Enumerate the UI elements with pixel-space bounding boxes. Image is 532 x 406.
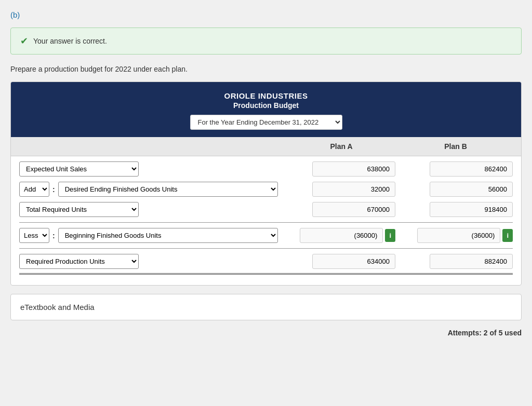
table-row: Expected Unit Sales xyxy=(19,161,513,177)
total-required-dropdown[interactable]: Total Required Units xyxy=(19,202,139,217)
plan-b-required-production-input[interactable] xyxy=(430,254,513,269)
table-row: Required Production Units xyxy=(19,254,513,275)
success-banner: ✔ Your answer is correct. xyxy=(10,28,522,55)
plan-b-desired-ending xyxy=(398,182,513,197)
etextbook-label: eTextbook and Media xyxy=(20,303,95,312)
colon: : xyxy=(52,232,55,240)
row-label-cell: Less Add : Beginning Finished Goods Unit… xyxy=(19,228,278,243)
plan-a-expected-sales-input[interactable] xyxy=(312,161,395,177)
plan-a-total-required-input[interactable] xyxy=(312,202,395,217)
beginning-finished-dropdown[interactable]: Beginning Finished Goods Units xyxy=(58,228,278,243)
plan-a-beginning: i xyxy=(281,228,395,243)
plan-a-required-production-input[interactable] xyxy=(312,254,395,269)
plan-b-beginning-input[interactable] xyxy=(417,228,500,243)
plan-a-beginning-input[interactable] xyxy=(300,228,383,243)
plan-a-total-required xyxy=(281,202,395,217)
desired-ending-dropdown[interactable]: Desired Ending Finished Goods Units xyxy=(58,182,278,197)
plan-b-expected-sales-input[interactable] xyxy=(430,161,513,177)
col-header-plan-b: Plan B xyxy=(398,142,513,151)
row-label-cell: Total Required Units xyxy=(19,202,278,217)
plan-b-desired-ending-input[interactable] xyxy=(430,182,513,197)
budget-title: Production Budget xyxy=(19,101,513,110)
plan-b-expected-sales xyxy=(398,161,513,177)
period-select-wrap: For the Year Ending December 31, 2022 xyxy=(19,115,513,130)
plan-a-desired-ending-input[interactable] xyxy=(312,182,395,197)
col-headers: Plan A Plan B xyxy=(11,137,521,156)
expected-unit-sales-dropdown[interactable]: Expected Unit Sales xyxy=(19,161,139,177)
check-icon: ✔ xyxy=(20,35,28,47)
add-less-select-desired[interactable]: Add Less xyxy=(19,182,49,197)
main-card: ORIOLE INDUSTRIES Production Budget For … xyxy=(10,82,522,286)
page-label: (b) xyxy=(10,10,522,19)
instruction-text: Prepare a production budget for 2022 und… xyxy=(10,65,522,73)
plan-a-info-button[interactable]: i xyxy=(385,229,395,242)
table-row: Total Required Units xyxy=(19,202,513,223)
row-label-cell: Add Less : Desired Ending Finished Goods… xyxy=(19,182,278,197)
company-name: ORIOLE INDUSTRIES xyxy=(19,91,513,100)
plan-b-required-production xyxy=(398,254,513,269)
required-production-dropdown[interactable]: Required Production Units xyxy=(19,254,139,269)
attempts-text: Attempts: 2 of 5 used xyxy=(448,329,522,337)
success-text: Your answer is correct. xyxy=(33,37,107,45)
plan-b-beginning: i xyxy=(398,228,513,243)
add-less-select-beginning[interactable]: Less Add xyxy=(19,228,49,243)
period-select[interactable]: For the Year Ending December 31, 2022 xyxy=(190,115,342,130)
attempts-row: Attempts: 2 of 5 used xyxy=(10,329,522,337)
plan-a-required-production xyxy=(281,254,395,269)
plan-b-total-required xyxy=(398,202,513,217)
table-row: Less Add : Beginning Finished Goods Unit… xyxy=(19,228,513,249)
table-body: Expected Unit Sales Add Less : Desired E… xyxy=(11,156,521,285)
plan-b-total-required-input[interactable] xyxy=(430,202,513,217)
table-row: Add Less : Desired Ending Finished Goods… xyxy=(19,182,513,197)
colon: : xyxy=(52,185,55,194)
etextbook-bar: eTextbook and Media xyxy=(10,294,522,320)
card-header: ORIOLE INDUSTRIES Production Budget For … xyxy=(11,82,521,137)
plan-b-info-button[interactable]: i xyxy=(502,229,513,242)
col-header-plan-a: Plan A xyxy=(284,142,398,151)
plan-a-expected-sales xyxy=(281,161,395,177)
plan-a-desired-ending xyxy=(281,182,395,197)
col-label-empty xyxy=(19,142,284,151)
row-label-cell: Required Production Units xyxy=(19,254,278,269)
row-label-cell: Expected Unit Sales xyxy=(19,161,278,177)
